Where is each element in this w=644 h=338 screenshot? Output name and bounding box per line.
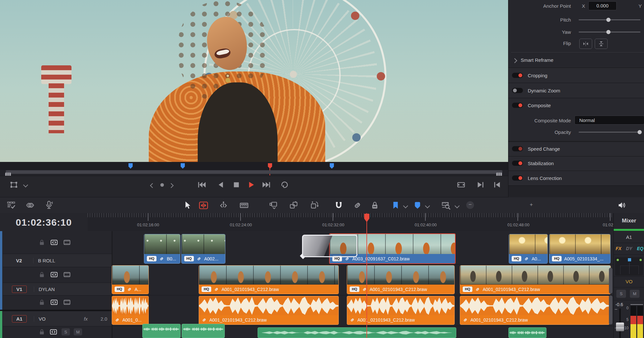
- zoom-in-button[interactable]: +: [527, 201, 535, 209]
- filmstrip-icon[interactable]: [63, 239, 71, 246]
- dynamic-trim-tool-button[interactable]: [219, 201, 228, 210]
- timeline-clip-a1[interactable]: A001_02101943_C212.braw: [199, 296, 339, 325]
- pan-handle[interactable]: [628, 258, 631, 261]
- flip-vertical-button[interactable]: [595, 39, 608, 49]
- track-id[interactable]: V1: [12, 286, 27, 293]
- mixer-eq-button[interactable]: EQ: [637, 246, 643, 251]
- viewer-marker-blue[interactable]: [181, 163, 185, 169]
- mixer-solo-button[interactable]: S: [616, 290, 626, 298]
- timeline-clip-v1[interactable]: HQ A001_02101943_C212.braw: [347, 265, 455, 294]
- replace-clip-button[interactable]: [310, 201, 319, 210]
- smart-reframe-expand-chevron[interactable]: [512, 58, 517, 63]
- viewer-marker-blue[interactable]: [128, 163, 133, 169]
- flag-dropdown-chevron[interactable]: [403, 203, 408, 209]
- match-frame-button[interactable]: [457, 180, 466, 189]
- dynamic-zoom-label[interactable]: Dynamic Zoom: [528, 88, 560, 93]
- filmstrip-icon[interactable]: [63, 271, 71, 278]
- anchor-x-input[interactable]: 0.000: [588, 1, 617, 10]
- mixer-fx-button[interactable]: FX: [616, 246, 621, 251]
- timeline-clip-a1[interactable]: A001_02101943_C212.braw: [347, 296, 455, 325]
- play-button[interactable]: [247, 180, 256, 189]
- yaw-slider-handle[interactable]: [606, 30, 611, 34]
- marker-button[interactable]: [413, 201, 421, 209]
- composite-mode-select[interactable]: Normal: [574, 116, 644, 125]
- timeline-vertical-scrollbar[interactable]: [609, 296, 612, 324]
- timeline-ruler[interactable]: 01:02:16:00 01:02:24:00 01:02:32:00 01:0…: [88, 213, 613, 231]
- viewer-scrub-bar[interactable]: [6, 170, 502, 174]
- overwrite-clip-button[interactable]: [289, 201, 298, 210]
- play-position-dot[interactable]: [160, 183, 164, 187]
- step-forward-button[interactable]: [169, 183, 174, 188]
- position-lock-button[interactable]: [370, 201, 379, 210]
- mute-button[interactable]: M: [74, 328, 82, 335]
- track-header-v1[interactable]: V1 DYLAN: [3, 283, 112, 296]
- opacity-slider[interactable]: [579, 132, 640, 133]
- go-to-start-button[interactable]: [197, 180, 206, 189]
- timeline-clip-v1[interactable]: HQ A001_02101943_C212.braw: [199, 265, 339, 294]
- selection-tool-button[interactable]: [183, 201, 192, 210]
- timeline-clip-a2[interactable]: [258, 327, 456, 338]
- chevron-down-icon[interactable]: [23, 183, 28, 188]
- track-name[interactable]: B ROLL: [33, 258, 55, 263]
- cropping-label[interactable]: Cropping: [528, 73, 547, 78]
- timeline-clip-a1[interactable]: A001_0...: [112, 296, 149, 325]
- timeline-playhead[interactable]: [366, 213, 367, 338]
- previous-edit-button[interactable]: [493, 180, 502, 189]
- marker-dropdown-chevron[interactable]: [425, 203, 430, 209]
- lock-icon[interactable]: [38, 271, 45, 278]
- opacity-slider-handle[interactable]: [638, 130, 642, 134]
- viewer-marker-bar[interactable]: [0, 162, 508, 170]
- zoom-out-button[interactable]: −: [466, 201, 474, 209]
- dynamic-zoom-toggle[interactable]: [512, 88, 523, 93]
- pitch-slider-handle[interactable]: [606, 18, 611, 22]
- snapping-button[interactable]: [334, 201, 343, 210]
- timeline-clip-v1[interactable]: HQ A...: [112, 265, 149, 294]
- flag-button[interactable]: [392, 201, 400, 209]
- timeline-audio-speaker-button[interactable]: [618, 201, 626, 210]
- lens-correction-label[interactable]: Lens Correction: [528, 175, 562, 181]
- insert-clip-button[interactable]: [269, 201, 278, 210]
- lens-correction-toggle[interactable]: [512, 175, 523, 181]
- track-id[interactable]: A1: [12, 315, 27, 323]
- trim-edit-tool-button[interactable]: [199, 201, 208, 210]
- timeline-zoom-preset-button[interactable]: [442, 201, 451, 210]
- play-reverse-button[interactable]: [216, 180, 225, 189]
- zoom-dropdown-chevron[interactable]: [455, 203, 460, 209]
- stabilization-label[interactable]: Stabilization: [528, 161, 554, 166]
- video-viewer[interactable]: [0, 0, 508, 162]
- transition-overlay[interactable]: [302, 235, 357, 257]
- next-edit-button[interactable]: [476, 180, 485, 189]
- lock-icon[interactable]: [38, 299, 45, 306]
- timeline-clip-v2[interactable]: HQ A0...: [509, 234, 548, 264]
- cropping-toggle[interactable]: [512, 73, 523, 78]
- speed-change-toggle[interactable]: [512, 146, 523, 151]
- mixer-fader-value[interactable]: -0.6: [615, 302, 623, 307]
- lock-icon[interactable]: [38, 328, 45, 335]
- link-clips-button[interactable]: [353, 201, 362, 210]
- timeline-vertical-scrollbar[interactable]: [609, 268, 612, 294]
- timeline-clip-v1[interactable]: HQ A001_02101943_C212.braw: [460, 265, 611, 294]
- timeline-view-options-button[interactable]: [7, 201, 16, 210]
- yaw-slider[interactable]: [579, 32, 640, 33]
- stabilization-toggle[interactable]: [512, 161, 523, 166]
- solo-button[interactable]: S: [62, 328, 70, 335]
- voiceover-record-button[interactable]: [44, 201, 53, 210]
- lock-icon[interactable]: [38, 239, 45, 246]
- timeline-clip-v2[interactable]: HQ A005_02101334_...: [549, 234, 611, 264]
- track-name[interactable]: VO: [34, 316, 46, 322]
- pitch-slider[interactable]: [579, 19, 640, 20]
- timeline-clip-v2[interactable]: HQ B0...: [144, 234, 180, 264]
- stop-button[interactable]: [232, 180, 241, 189]
- speed-change-label[interactable]: Speed Change: [528, 146, 560, 152]
- loop-button[interactable]: [280, 180, 289, 189]
- mixer-dynamics-button[interactable]: DY: [626, 246, 632, 251]
- filmstrip-icon[interactable]: [63, 299, 71, 306]
- smart-reframe-label[interactable]: Smart Reframe: [521, 57, 554, 63]
- track-header-v2[interactable]: V2 B ROLL: [3, 254, 112, 267]
- auto-select-icon[interactable]: [50, 299, 58, 306]
- effects-button[interactable]: [26, 201, 34, 210]
- composite-toggle[interactable]: [512, 103, 523, 108]
- timeline-clip-v2[interactable]: HQ A002...: [181, 234, 225, 264]
- timeline-clip-a2[interactable]: [182, 324, 225, 338]
- timeline-clip-a2[interactable]: [508, 327, 546, 338]
